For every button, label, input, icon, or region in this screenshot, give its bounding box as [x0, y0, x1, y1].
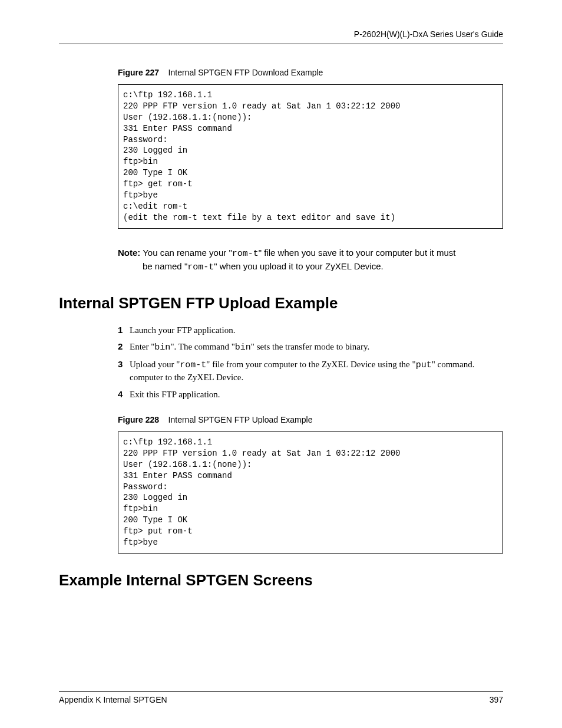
item-text: Launch your FTP application. — [130, 324, 503, 336]
text-part: Enter " — [130, 342, 154, 351]
list-item: 2 Enter "bin". The command "bin" sets th… — [118, 341, 503, 354]
text-part: ". The command " — [170, 342, 234, 351]
footer-left: Appendix K Internal SPTGEN — [59, 695, 167, 704]
footer-right: 397 — [490, 695, 503, 704]
text-part: Upload your " — [130, 360, 180, 369]
note-code-1: rom-t — [232, 249, 259, 259]
code-part: rom-t — [180, 360, 206, 370]
item-number: 3 — [118, 358, 130, 384]
text-part: " file from your computer to the ZyXEL D… — [206, 360, 415, 369]
page-container: P-2602H(W)(L)-DxA Series User's Guide Fi… — [0, 0, 562, 728]
note-text-2b: " when you upload it to your ZyXEL Devic… — [214, 261, 383, 271]
note-text-1b: " file when you save it to your computer… — [259, 248, 456, 258]
code-part: bin — [235, 342, 251, 353]
page-footer: Appendix K Internal SPTGEN 397 — [59, 691, 503, 704]
upload-heading: Internal SPTGEN FTP Upload Example — [59, 294, 503, 312]
note-line-2: be named "rom-t" when you upload it to y… — [143, 260, 503, 274]
page-content: Figure 227 Internal SPTGEN FTP Download … — [118, 68, 503, 691]
note-label: Note: — [118, 248, 140, 258]
item-text: Exit this FTP application. — [130, 388, 503, 400]
list-item: 4 Exit this FTP application. — [118, 388, 503, 400]
code-part: put — [416, 360, 432, 370]
page-header: P-2602H(W)(L)-DxA Series User's Guide — [59, 29, 503, 44]
list-item: 1 Launch your FTP application. — [118, 324, 503, 336]
note-code-2: rom-t — [187, 262, 214, 272]
figure-227-label: Figure 227 — [118, 68, 159, 77]
figure-228-code: c:\ftp 192.168.1.1 220 PPP FTP version 1… — [118, 431, 503, 554]
figure-228-caption: Figure 228 Internal SPTGEN FTP Upload Ex… — [118, 415, 503, 424]
list-item: 3 Upload your "rom-t" file from your com… — [118, 358, 503, 384]
note-text-2a: be named " — [143, 261, 187, 271]
figure-228-title: Internal SPTGEN FTP Upload Example — [168, 415, 313, 424]
figure-227-caption: Figure 227 Internal SPTGEN FTP Download … — [118, 68, 503, 77]
text-part: " sets the transfer mode to binary. — [251, 342, 369, 351]
code-part: bin — [154, 342, 170, 353]
figure-227-code: c:\ftp 192.168.1.1 220 PPP FTP version 1… — [118, 84, 503, 229]
figure-228-label: Figure 228 — [118, 415, 159, 424]
item-number: 1 — [118, 324, 130, 336]
note-text-1a: You can rename your " — [140, 248, 232, 258]
figure-227-title: Internal SPTGEN FTP Download Example — [168, 68, 323, 77]
item-text: Enter "bin". The command "bin" sets the … — [130, 341, 503, 354]
note-block: Note: You can rename your "rom-t" file w… — [118, 246, 503, 274]
screens-heading: Example Internal SPTGEN Screens — [59, 571, 503, 589]
guide-title: P-2602H(W)(L)-DxA Series User's Guide — [354, 29, 503, 39]
upload-steps: 1 Launch your FTP application. 2 Enter "… — [118, 324, 503, 400]
item-number: 4 — [118, 388, 130, 400]
item-text: Upload your "rom-t" file from your compu… — [130, 358, 503, 384]
note-line-1: Note: You can rename your "rom-t" file w… — [118, 246, 503, 260]
item-number: 2 — [118, 341, 130, 354]
